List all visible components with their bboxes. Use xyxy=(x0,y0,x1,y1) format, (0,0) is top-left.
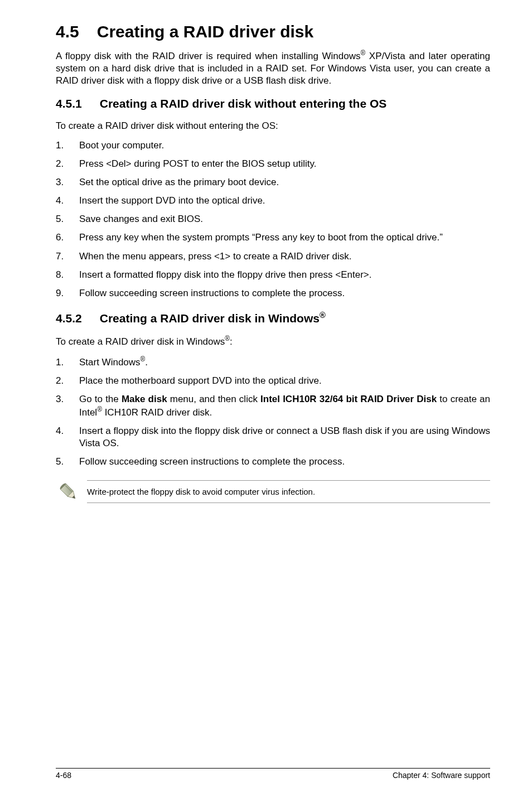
list-item: 3.Set the optical drive as the primary b… xyxy=(56,176,490,189)
list-item: 5.Save changes and exit BIOS. xyxy=(56,213,490,225)
section-1-lead: To create a RAID driver disk without ent… xyxy=(56,120,490,132)
section-2-title: Creating a RAID driver disk in Windows® xyxy=(100,312,326,325)
note-row: Write-protect the floppy disk to avoid c… xyxy=(56,479,490,504)
list-item: 4.Insert a floppy disk into the floppy d… xyxy=(56,425,490,450)
list-item: 4.Insert the support DVD into the optica… xyxy=(56,195,490,207)
intro-paragraph: A floppy disk with the RAID driver is re… xyxy=(56,49,490,87)
list-item: 2.Press <Del> during POST to enter the B… xyxy=(56,158,490,170)
section-2-number: 4.5.2 xyxy=(56,312,82,325)
list-item: 2.Place the motherboard support DVD into… xyxy=(56,375,490,387)
list-item: 1.Boot your computer. xyxy=(56,139,490,152)
list-item: 1.Start Windows®. xyxy=(56,355,490,369)
list-item: 8.Insert a formatted floppy disk into th… xyxy=(56,269,490,281)
list-item: 9.Follow succeeding screen instructions … xyxy=(56,287,490,299)
list-item: 5.Follow succeeding screen instructions … xyxy=(56,456,490,468)
registered-mark: ® xyxy=(320,311,326,320)
section-2-heading: 4.5.2Creating a RAID driver disk in Wind… xyxy=(56,311,490,325)
pencil-icon xyxy=(56,479,87,504)
footer-page-number: 4-68 xyxy=(56,771,71,780)
intro-text: A floppy disk with the RAID driver is re… xyxy=(56,51,490,86)
section-1-number: 4.5.1 xyxy=(56,97,82,110)
section-2-lead: To create a RAID driver disk in Windows®… xyxy=(56,335,490,348)
footer-chapter: Chapter 4: Software support xyxy=(393,771,490,780)
section-1-title: Creating a RAID driver disk without ente… xyxy=(100,97,387,110)
section-1-steps: 1.Boot your computer.2.Press <Del> durin… xyxy=(56,139,490,299)
section-1-heading: 4.5.1Creating a RAID driver disk without… xyxy=(56,97,490,110)
list-item: 6.Press any key when the system prompts … xyxy=(56,231,490,244)
section-2-steps: 1.Start Windows®.2.Place the motherboard… xyxy=(56,355,490,468)
page-content: 4.5Creating a RAID driver disk A floppy … xyxy=(0,0,532,504)
main-heading-number: 4.5 xyxy=(56,22,79,41)
note-box: Write-protect the floppy disk to avoid c… xyxy=(87,480,490,504)
main-heading: 4.5Creating a RAID driver disk xyxy=(56,22,490,41)
list-item: 7.When the menu appears, press <1> to cr… xyxy=(56,250,490,263)
list-item: 3.Go to the Make disk menu, and then cli… xyxy=(56,393,490,419)
main-heading-title: Creating a RAID driver disk xyxy=(97,22,313,41)
note-text: Write-protect the floppy disk to avoid c… xyxy=(87,486,490,497)
page-footer: 4-68 Chapter 4: Software support xyxy=(56,768,490,780)
